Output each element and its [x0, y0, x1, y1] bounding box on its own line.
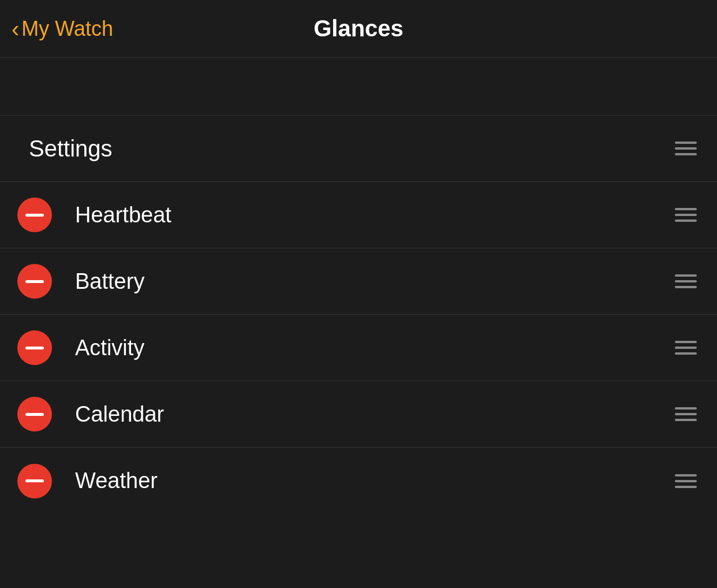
minus-icon: [25, 214, 44, 217]
drag-line: [675, 474, 697, 477]
minus-icon: [25, 280, 44, 283]
drag-line: [675, 486, 697, 488]
back-label: My Watch: [21, 17, 113, 41]
drag-line: [675, 274, 697, 277]
header: ‹ My Watch Glances: [0, 0, 717, 58]
drag-handle-calendar[interactable]: [672, 404, 700, 424]
remove-activity-button[interactable]: [17, 330, 52, 365]
chevron-left-icon: ‹: [12, 17, 19, 40]
item-label-calendar: Calendar: [75, 402, 672, 427]
list-item-settings[interactable]: Settings: [0, 116, 717, 182]
drag-line: [675, 480, 697, 482]
glances-preview-section: [0, 58, 717, 116]
drag-line: [675, 341, 697, 343]
list-item-heartbeat[interactable]: Heartbeat: [0, 182, 717, 248]
item-label-heartbeat: Heartbeat: [75, 203, 672, 228]
drag-handle-battery[interactable]: [672, 271, 700, 291]
list-item-weather[interactable]: Weather: [0, 448, 717, 514]
drag-handle-heartbeat[interactable]: [672, 205, 700, 225]
page-title: Glances: [313, 16, 404, 42]
drag-line: [675, 352, 697, 355]
remove-heartbeat-button[interactable]: [17, 198, 52, 232]
back-button[interactable]: ‹ My Watch: [12, 17, 113, 41]
drag-line: [675, 142, 697, 144]
remove-weather-button[interactable]: [17, 464, 52, 498]
drag-line: [675, 147, 697, 150]
drag-line: [675, 214, 697, 216]
item-label-settings: Settings: [29, 136, 672, 162]
drag-line: [675, 347, 697, 349]
drag-handle-weather[interactable]: [672, 471, 700, 491]
item-label-weather: Weather: [75, 468, 672, 493]
remove-battery-button[interactable]: [17, 264, 52, 299]
drag-line: [675, 286, 697, 288]
drag-line: [675, 280, 697, 282]
remove-calendar-button[interactable]: [17, 397, 52, 431]
drag-line: [675, 153, 697, 155]
list-item-calendar[interactable]: Calendar: [0, 381, 717, 448]
drag-line: [675, 413, 697, 415]
item-label-battery: Battery: [75, 269, 672, 294]
drag-line: [675, 407, 697, 410]
list-item-activity[interactable]: Activity: [0, 315, 717, 381]
minus-icon: [25, 413, 44, 416]
glances-list: Settings Heartbeat Battery: [0, 116, 717, 514]
minus-icon: [25, 479, 44, 482]
drag-handle-settings[interactable]: [672, 139, 700, 158]
drag-line: [675, 419, 697, 421]
drag-handle-activity[interactable]: [672, 338, 700, 358]
list-item-battery[interactable]: Battery: [0, 248, 717, 315]
minus-icon: [25, 347, 44, 349]
drag-line: [675, 219, 697, 222]
item-label-activity: Activity: [75, 336, 672, 360]
drag-line: [675, 208, 697, 210]
